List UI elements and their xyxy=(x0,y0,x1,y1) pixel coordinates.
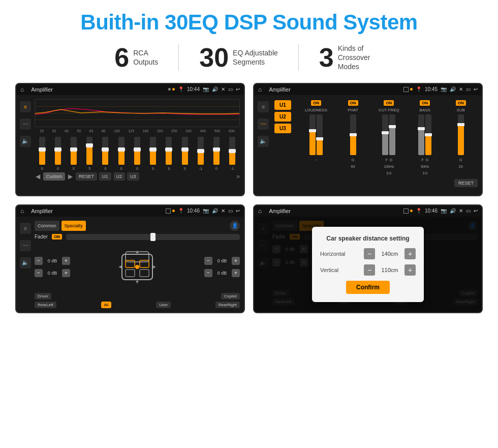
vol-fr-minus[interactable]: − xyxy=(204,257,212,265)
slider-track-4[interactable] xyxy=(86,137,92,165)
speaker-icon-2[interactable]: 🔈 xyxy=(258,136,269,147)
slider-track-2[interactable] xyxy=(55,137,61,165)
confirm-button[interactable]: Confirm xyxy=(346,281,390,294)
vol-rr-minus[interactable]: − xyxy=(204,269,212,277)
cutfreq-labels: F G xyxy=(386,157,393,162)
cutfreq-handle1[interactable] xyxy=(382,131,389,134)
vol-rl-plus[interactable]: + xyxy=(62,269,70,277)
loudness-fill2 xyxy=(317,139,323,155)
loudness-slider2[interactable] xyxy=(317,114,323,155)
cutfreq-handle2[interactable] xyxy=(389,125,396,128)
location-icon: 📍 xyxy=(178,86,184,92)
tab-specialty[interactable]: Specialty xyxy=(61,221,86,231)
slider-track-1[interactable] xyxy=(39,137,45,165)
horizontal-value: 140cm xyxy=(377,251,402,257)
slider-track-5[interactable] xyxy=(102,137,108,165)
slider-handle-5[interactable] xyxy=(102,147,109,152)
wave-icon-2[interactable]: 〰 xyxy=(258,118,269,130)
slider-handle-6[interactable] xyxy=(118,147,125,152)
speaker-icon-3[interactable]: 🔈 xyxy=(20,257,31,268)
vol-fl-plus[interactable]: + xyxy=(62,257,70,265)
screen4-title: Amplifier xyxy=(269,208,400,214)
freq-160: 160 xyxy=(143,129,149,133)
cutfreq-f: F xyxy=(386,158,388,162)
driver-btn[interactable]: Driver xyxy=(35,293,51,300)
slider-handle-7[interactable] xyxy=(134,147,141,152)
rearright-btn[interactable]: RearRight xyxy=(215,302,240,308)
vol-row-fl: − 0 dB + xyxy=(35,257,70,265)
sub-slider[interactable] xyxy=(458,114,464,155)
u3-btn[interactable]: U3 xyxy=(274,124,291,133)
wave-icon[interactable]: 〰 xyxy=(20,118,31,130)
bass-handle2[interactable] xyxy=(425,133,432,136)
crossover-reset-btn[interactable]: RESET xyxy=(454,179,478,187)
horizontal-plus-btn[interactable]: + xyxy=(404,248,416,259)
phat-slider[interactable] xyxy=(350,114,356,155)
user-btn[interactable]: User xyxy=(156,302,171,308)
vol-rr-plus[interactable]: + xyxy=(232,269,240,277)
eq-custom-btn[interactable]: Custom xyxy=(43,172,65,181)
slider-col-6: 0 xyxy=(118,137,124,170)
slider-track-3[interactable] xyxy=(71,137,77,165)
slider-handle-2[interactable] xyxy=(54,147,61,152)
screenshots-grid: ⌂ Amplifier 📍 10:44 📷 🔊 ✕ ▭ ↩ ≡ 〰 🔈 xyxy=(15,83,483,313)
slider-handle-11[interactable] xyxy=(197,149,204,153)
rearleft-btn[interactable]: RearLeft xyxy=(35,302,56,308)
loudness-handle1[interactable] xyxy=(309,129,316,132)
vertical-plus-btn[interactable]: + xyxy=(404,264,416,276)
eq-u2-btn[interactable]: U2 xyxy=(113,172,126,181)
slider-handle-4[interactable] xyxy=(86,143,93,147)
screen4-container: ⌂ Amplifier 📍 10:46 📷 🔊 ✕ ▭ ↩ ≡ 〰 xyxy=(253,204,483,313)
screen2-status-icons xyxy=(403,87,413,92)
eq-prev-arrow[interactable]: ◀ xyxy=(35,173,41,180)
slider-handle-13[interactable] xyxy=(229,149,236,153)
tab-common[interactable]: Common xyxy=(35,221,59,231)
slider-track-8[interactable] xyxy=(150,137,156,165)
slider-track-9[interactable] xyxy=(166,137,172,165)
speaker-icon[interactable]: 🔈 xyxy=(20,136,31,147)
slider-track-7[interactable] xyxy=(134,137,140,165)
phat-handle[interactable] xyxy=(350,133,357,136)
slider-handle-12[interactable] xyxy=(213,147,220,152)
eq-icon[interactable]: ≡ xyxy=(20,101,31,112)
slider-handle-9[interactable] xyxy=(165,147,172,152)
bass-slider1[interactable] xyxy=(418,114,424,155)
vol-rl-minus[interactable]: − xyxy=(35,269,43,277)
all-btn[interactable]: All xyxy=(101,302,112,308)
horizontal-minus-btn[interactable]: − xyxy=(364,248,375,259)
eq-icon-3[interactable]: ≡ xyxy=(20,223,31,234)
u2-btn[interactable]: U2 xyxy=(274,112,291,122)
eq-play-btn[interactable]: ▶ xyxy=(67,173,74,180)
slider-handle-3[interactable] xyxy=(70,147,77,152)
slider-track-12[interactable] xyxy=(213,137,220,165)
copilot-btn[interactable]: Copilot xyxy=(221,293,240,300)
wave-icon-3[interactable]: 〰 xyxy=(20,240,31,251)
slider-track-13[interactable] xyxy=(229,137,235,165)
slider-handle-10[interactable] xyxy=(181,147,189,152)
u1-btn[interactable]: U1 xyxy=(274,100,291,110)
eq-u3-btn[interactable]: U3 xyxy=(127,172,139,181)
cutfreq-slider2[interactable] xyxy=(389,114,395,155)
eq-u1-btn[interactable]: U1 xyxy=(99,172,111,181)
slider-handle-8[interactable] xyxy=(149,147,157,152)
bass-handle1[interactable] xyxy=(418,127,425,130)
eq-reset-btn[interactable]: RESET xyxy=(76,172,97,181)
slider-track-10[interactable] xyxy=(182,137,188,165)
bass-slider2[interactable] xyxy=(425,114,431,155)
vol-fr-plus[interactable]: + xyxy=(232,257,240,265)
sub-handle[interactable] xyxy=(457,123,464,126)
vol-fl-minus[interactable]: − xyxy=(35,257,43,265)
slider-track-6[interactable] xyxy=(118,137,124,165)
sq-icon-3 xyxy=(166,208,171,214)
loudness-slider1[interactable] xyxy=(309,114,316,155)
eq-icon-2[interactable]: ≡ xyxy=(258,101,269,112)
vertical-minus-btn[interactable]: − xyxy=(364,264,375,276)
loudness-handle2[interactable] xyxy=(316,137,323,140)
fader-slider[interactable] xyxy=(66,234,240,240)
fader-handle[interactable] xyxy=(150,233,155,241)
cutfreq-slider1[interactable] xyxy=(382,114,388,155)
slider-track-11[interactable] xyxy=(198,137,204,165)
ch-bass: ON BASS xyxy=(415,100,435,175)
stat-label-eq: EQ Adjustable Segments xyxy=(233,48,278,67)
slider-handle-1[interactable] xyxy=(39,147,46,152)
